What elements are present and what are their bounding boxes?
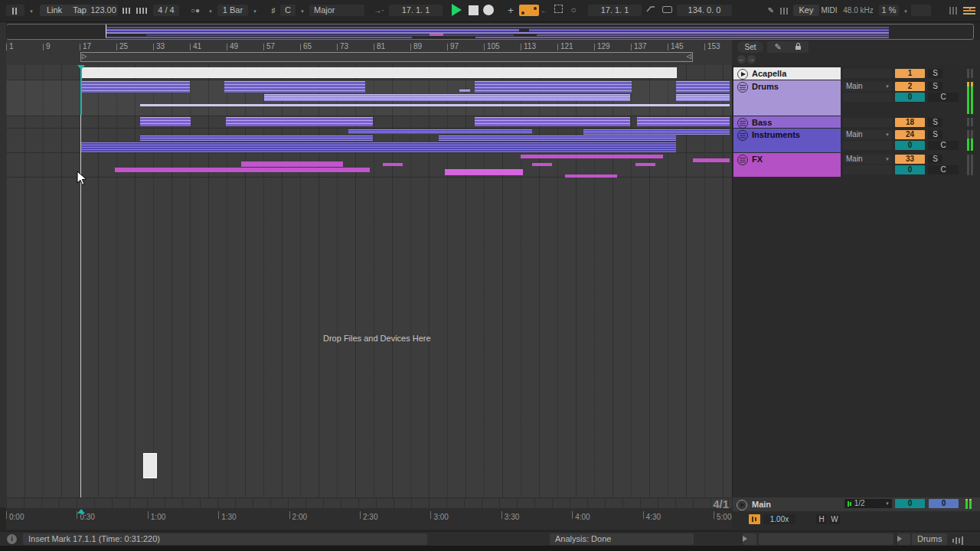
time-signature-field[interactable]: 4 / 4 (153, 5, 179, 16)
locator-pencil-button[interactable]: ✎ (767, 41, 789, 53)
set-locator-button[interactable]: Set (737, 41, 763, 53)
track-name-area[interactable]: Drums (733, 80, 841, 116)
key-root-field[interactable]: C (280, 5, 296, 16)
automation-arm-button[interactable] (519, 5, 539, 16)
arrangement-clip[interactable] (80, 142, 676, 152)
prev-locator-button[interactable]: ← (737, 55, 746, 64)
computer-midi-keyboard-icon[interactable] (779, 5, 790, 16)
track-header-instruments[interactable]: Instruments Main▼ 24 S 0 C (733, 129, 980, 152)
overview-view-edge[interactable] (106, 24, 106, 37)
beat-time-ruler[interactable]: 1917253341495765738189971051131211291371… (6, 40, 732, 66)
volume-field[interactable]: 0 (895, 93, 925, 102)
width-toggle[interactable]: W (829, 514, 840, 524)
punch-position-field[interactable]: 17. 1. 1 (588, 5, 642, 16)
solo-button[interactable]: S (928, 155, 942, 164)
volume-field[interactable]: 0 (895, 165, 925, 174)
track-header-fx[interactable]: FX Main▼ 33 S 0 C (733, 153, 980, 177)
track-header-drums[interactable]: Drums Main▼ 2 S 0 C (733, 80, 980, 116)
info-icon[interactable]: i (7, 534, 17, 544)
arrangement-clip[interactable] (565, 174, 617, 178)
group-track-icon[interactable] (737, 82, 748, 93)
track-activator[interactable]: 2 (895, 82, 925, 91)
main-volume-field[interactable]: 0 (895, 499, 925, 508)
crossfade-button[interactable]: C (928, 141, 959, 150)
main-track-name[interactable]: Main (752, 500, 771, 509)
monitor-play-button[interactable] (897, 533, 910, 545)
arrangement-clip[interactable] (264, 94, 630, 101)
arrangement-clip[interactable] (532, 163, 552, 166)
arrangement-clip[interactable] (80, 67, 677, 78)
track-activator[interactable]: 24 (895, 130, 925, 139)
track-activator[interactable]: 18 (895, 118, 925, 127)
unfold-track-icon[interactable] (737, 69, 748, 80)
time-ruler[interactable]: 0:000:301:001:302:002:303:003:304:004:30… (6, 508, 732, 530)
arrangement-clip[interactable] (439, 135, 676, 141)
solo-button[interactable]: S (928, 118, 942, 127)
routing-empty-box[interactable] (843, 93, 892, 102)
nudge-up-icon[interactable] (135, 5, 150, 16)
quantize-menu[interactable]: 1 Bar (217, 5, 248, 16)
arrangement-clip[interactable] (475, 81, 632, 93)
group-track-icon[interactable] (737, 118, 748, 129)
arrangement-clip[interactable] (140, 104, 730, 106)
arrangement-clip[interactable] (693, 158, 730, 162)
re-enable-automation-icon[interactable]: ← (539, 5, 550, 16)
solo-button[interactable]: S (928, 130, 942, 139)
loop-brace[interactable]: ▷ ◁ (80, 52, 693, 62)
cpu-meter[interactable]: 1 % (879, 5, 899, 16)
cpu-dropdown-icon[interactable] (902, 5, 910, 16)
group-track-icon[interactable] (737, 155, 748, 165)
arrangement-position-field[interactable]: 17. 1. 1 (389, 5, 443, 16)
speaker-cue-icon[interactable] (749, 514, 760, 524)
play-button[interactable] (452, 4, 462, 16)
preferences-meter-icon[interactable] (6, 5, 24, 16)
solo-button[interactable]: S (928, 69, 942, 78)
arrangement-clip[interactable] (348, 129, 532, 134)
arrangement-clip[interactable] (475, 117, 630, 126)
group-track-icon[interactable] (737, 130, 748, 141)
arrangement-clip[interactable] (383, 163, 403, 166)
session-record-icon[interactable]: ○ (568, 5, 579, 16)
arrangement-clip[interactable] (80, 81, 190, 93)
routing-empty-box[interactable] (843, 141, 892, 150)
loop-end-marker[interactable]: ◁ (687, 53, 691, 60)
levels-icon[interactable] (952, 535, 965, 545)
arrangement-clip[interactable] (637, 117, 730, 126)
link-button[interactable]: Link (40, 5, 69, 16)
tempo-field[interactable]: 123.00 (89, 5, 118, 16)
arrangement-area[interactable]: Drop Files and Devices Here (6, 65, 732, 507)
metronome-dropdown-icon[interactable] (207, 5, 214, 16)
track-name-area[interactable]: FX (733, 153, 841, 177)
arrangement-clip[interactable] (140, 117, 191, 126)
record-button[interactable] (483, 5, 494, 15)
key-dropdown-icon[interactable] (299, 5, 306, 16)
track-header-acapella[interactable]: Acapella 1 S (733, 67, 980, 80)
lock-envelopes-button[interactable] (787, 41, 808, 53)
monitor-track-label[interactable]: Drums (912, 533, 947, 545)
arrangement-clip[interactable] (140, 135, 373, 141)
track-name-area[interactable]: Instruments (733, 129, 841, 152)
punch-in-icon[interactable] (645, 5, 657, 16)
dragged-clip-ghost[interactable] (143, 453, 157, 478)
arrangement-clip[interactable] (583, 129, 730, 135)
quantize-dropdown-icon[interactable] (251, 5, 259, 16)
routing-empty-box[interactable] (843, 118, 892, 127)
track-name-area[interactable]: Acapella (733, 67, 841, 80)
key-map-button[interactable]: Key (793, 5, 819, 16)
arrangement-clip[interactable] (676, 81, 730, 93)
arrangement-overview[interactable] (6, 24, 974, 40)
levels-dropdown-icon[interactable] (968, 2, 972, 14)
preview-play-button[interactable] (743, 533, 756, 545)
nudge-down-icon[interactable] (121, 5, 133, 16)
loop-length-field[interactable]: 134. 0. 0 (677, 5, 732, 16)
track-activator[interactable]: 1 (895, 69, 925, 78)
midi-overdub-icon[interactable]: + (505, 5, 516, 16)
loop-switch-icon[interactable] (660, 5, 674, 16)
routing-empty-box[interactable] (843, 69, 892, 78)
scale-name-field[interactable]: Major (309, 5, 364, 16)
next-locator-button[interactable]: → (747, 55, 756, 64)
toolbar-dropdown-icon[interactable] (28, 5, 35, 16)
arrangement-clip[interactable] (676, 94, 730, 101)
arrangement-clip[interactable] (521, 155, 663, 158)
stop-button[interactable] (469, 5, 479, 15)
